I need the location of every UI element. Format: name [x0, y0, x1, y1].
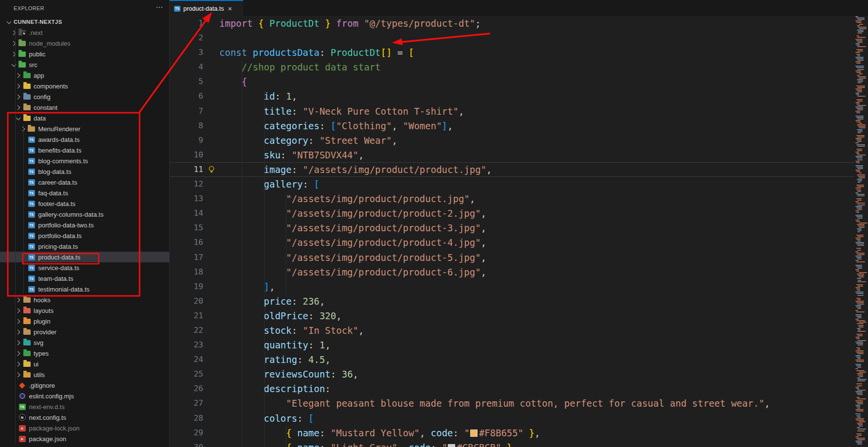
code-line-17[interactable]: 17 "/assets/img/product/product-5.jpg", [170, 250, 854, 265]
code-line-26[interactable]: 26 description: [170, 381, 854, 396]
code-line-20[interactable]: 20 price: 236, [170, 294, 854, 309]
minimap-line [857, 155, 866, 155]
folder-icon [27, 125, 36, 132]
chevron-right-icon[interactable] [10, 31, 18, 34]
code-line-9[interactable]: 9 category: "Street Wear", [170, 133, 854, 148]
code-line-24[interactable]: 24 rating: 4.5, [170, 352, 854, 367]
code-line-15[interactable]: 15 "/assets/img/product/product-3.jpg", [170, 221, 854, 235]
file-item-next-env-d-ts[interactable]: TSnext-env.d.ts [0, 401, 169, 412]
code-line-30[interactable]: 30 { name: "Light Gray", code: "#CBCBCB"… [170, 440, 854, 447]
code-line-13[interactable]: 13 "/assets/img/product/product.jpg", [170, 191, 854, 206]
file-item-portfolio-data-two-ts[interactable]: TSportfolio-data-two.ts [0, 220, 169, 230]
folder-item-components[interactable]: components [0, 81, 169, 91]
item-label: .gitignore [29, 382, 55, 389]
code-line-23[interactable]: 23 quantity: 1, [170, 338, 854, 352]
close-icon[interactable]: × [228, 5, 232, 12]
folder-item-cunnet-nextjs[interactable]: CUNNET-NEXTJS [0, 17, 169, 27]
typescript-file-icon: TS [27, 275, 36, 282]
folder-item-menurenderer[interactable]: MenuRenderer [0, 123, 169, 134]
chevron-right-icon[interactable] [10, 42, 18, 45]
folder-item-node-modules[interactable]: node_modules [0, 38, 169, 49]
code-line-28[interactable]: 28 colors: [ [170, 411, 854, 426]
folder-item-app[interactable]: app [0, 70, 169, 81]
minimap-line [856, 194, 865, 195]
file-item-pricing-data-ts[interactable]: TSpricing-data.ts [0, 241, 169, 252]
file-item-career-data-ts[interactable]: TScareer-data.ts [0, 177, 169, 188]
color-swatch[interactable] [448, 444, 455, 447]
tab-product-data[interactable]: TS product-data.ts × [170, 0, 243, 16]
minimap-line [855, 342, 863, 343]
file-item-blog-comments-ts[interactable]: TSblog-comments.ts [0, 155, 169, 166]
chevron-right-icon[interactable] [19, 127, 27, 131]
folder-item-layouts[interactable]: layouts [0, 305, 169, 316]
line-number: 4 [170, 60, 203, 74]
code-line-6[interactable]: 6 id: 1, [170, 89, 854, 103]
chevron-down-icon[interactable] [10, 64, 18, 66]
folder-item-public[interactable]: public [0, 49, 169, 59]
code-line-8[interactable]: 8 categories: ["Clothing", "Women"], [170, 119, 854, 133]
file-item-package-lock-json[interactable]: npackage-lock.json [0, 423, 169, 433]
code-text: const productsData: ProductDt[] = [ [219, 45, 414, 60]
item-label: testimonial-data.ts [38, 286, 90, 293]
code-line-4[interactable]: 4 //shop product data start [170, 60, 854, 74]
code-text: reviewsCount: 36, [219, 367, 358, 381]
file-item-service-data-ts[interactable]: TSservice-data.ts [0, 262, 169, 273]
code-line-5[interactable]: 5 { [170, 74, 854, 89]
file-item-gallery-columns-data-ts[interactable]: TSgallery-columns-data.ts [0, 209, 169, 220]
code-line-2[interactable]: 2 [170, 31, 854, 45]
line-number: 25 [170, 367, 203, 381]
folder-item-hooks[interactable]: hooks [0, 294, 169, 305]
code-line-7[interactable]: 7 title: "V-Neck Pure Cotton T-shirt", [170, 104, 854, 119]
code-line-11[interactable]: 11 image: "/assets/img/product/product.j… [170, 162, 854, 177]
code-line-3[interactable]: 3const productsData: ProductDt[] = [ [170, 45, 854, 60]
folder-item-provider[interactable]: provider [0, 327, 169, 337]
indent-guide [286, 191, 286, 294]
code-line-14[interactable]: 14 "/assets/img/product/product-2.jpg", [170, 206, 854, 221]
item-label: footer-data.ts [38, 200, 76, 207]
code-line-1[interactable]: 1import { ProductDt } from "@/types/prod… [170, 16, 854, 31]
file-item-footer-data-ts[interactable]: TSfooter-data.ts [0, 198, 169, 209]
code-line-18[interactable]: 18 "/assets/img/product/product-6.jpg", [170, 265, 854, 279]
code-line-12[interactable]: 12 gallery: [ [170, 177, 854, 191]
file-item-team-data-ts[interactable]: TSteam-data.ts [0, 273, 169, 284]
file-item--gitignore[interactable]: .gitignore [0, 380, 169, 391]
folder-item-plugin[interactable]: plugin [0, 316, 169, 327]
code-line-16[interactable]: 16 "/assets/img/product/product-4.jpg", [170, 235, 854, 250]
code-line-21[interactable]: 21 oldPrice: 320, [170, 309, 854, 323]
folder-item--next[interactable]: N.next [0, 27, 169, 38]
code-line-10[interactable]: 10 sku: "NTB7SDVX44", [170, 148, 854, 162]
code-line-27[interactable]: 27 "Elegant peasant blouse made from pre… [170, 396, 854, 411]
file-item-blog-data-ts[interactable]: TSblog-data.ts [0, 166, 169, 177]
file-item-portfolio-data-ts[interactable]: TSportfolio-data.ts [0, 230, 169, 241]
file-item-next-config-ts[interactable]: Nnext.config.ts [0, 412, 169, 423]
folder-item-src[interactable]: src [0, 59, 169, 70]
folder-item-types[interactable]: types [0, 348, 169, 359]
chevron-right-icon[interactable] [10, 52, 18, 56]
color-swatch[interactable] [470, 430, 478, 437]
code-line-25[interactable]: 25 reviewsCount: 36, [170, 367, 854, 381]
folder-item-config[interactable]: config [0, 91, 169, 102]
lightbulb-icon[interactable] [203, 165, 219, 173]
file-item-eslint-config-mjs[interactable]: eslint.config.mjs [0, 391, 169, 401]
line-number: 30 [170, 440, 203, 447]
minimap[interactable] [854, 16, 868, 447]
file-item-awards-data-ts[interactable]: TSawards-data.ts [0, 134, 169, 145]
code-line-29[interactable]: 29 { name: "Mustard Yellow", code: "#F8B… [170, 426, 854, 440]
file-item-product-data-ts[interactable]: TSproduct-data.ts [0, 252, 169, 262]
file-item-benefits-data-ts[interactable]: TSbenefits-data.ts [0, 145, 169, 155]
code-viewport[interactable]: 1import { ProductDt } from "@/types/prod… [170, 16, 854, 447]
file-item-faq-data-ts[interactable]: TSfaq-data.ts [0, 188, 169, 198]
folder-item-utils[interactable]: utils [0, 369, 169, 380]
folder-item-svg[interactable]: svg [0, 337, 169, 348]
folder-item-data[interactable]: data [0, 113, 169, 123]
folder-item-constant[interactable]: constant [0, 102, 169, 113]
item-label: next-env.d.ts [29, 403, 65, 411]
more-actions-icon[interactable]: ⋯ [156, 3, 163, 12]
file-item-testimonial-data-ts[interactable]: TStestimonial-data.ts [0, 284, 169, 294]
folder-item-ui[interactable]: ui [0, 359, 169, 369]
chevron-down-icon[interactable] [5, 21, 13, 23]
code-line-19[interactable]: 19 ], [170, 279, 854, 294]
file-item-package-json[interactable]: npackage.json [0, 433, 169, 444]
minimap-line [857, 19, 865, 20]
code-line-22[interactable]: 22 stock: "In Stock", [170, 323, 854, 338]
